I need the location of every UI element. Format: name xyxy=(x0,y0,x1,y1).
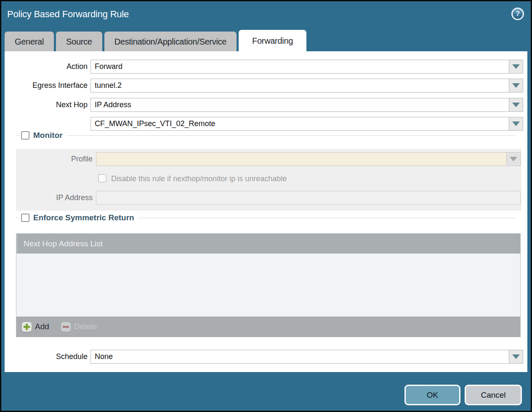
monitor-legend: Monitor xyxy=(33,131,63,140)
chevron-down-icon xyxy=(512,83,520,88)
divider xyxy=(138,218,516,218)
symmetric-return-checkbox[interactable] xyxy=(21,214,29,222)
chevron-down-icon xyxy=(512,103,520,107)
schedule-dropdown-button[interactable] xyxy=(509,350,523,363)
action-value[interactable] xyxy=(91,60,509,73)
schedule-label: Schedule xyxy=(5,350,88,364)
action-select xyxy=(90,60,523,74)
delete-button: Delete xyxy=(61,322,97,332)
action-label: Action xyxy=(5,60,88,74)
next-hop-type-dropdown-button[interactable] xyxy=(509,98,523,111)
monitor-profile-value xyxy=(96,153,506,166)
next-hop-label: Next Hop xyxy=(5,98,88,112)
symmetric-return-group-header: Enforce Symmetric Return xyxy=(16,213,516,222)
next-hop-address-dropdown-button[interactable] xyxy=(509,117,523,130)
next-hop-address-list-body[interactable] xyxy=(16,254,520,317)
plus-icon xyxy=(22,322,32,332)
tab-source[interactable]: Source xyxy=(56,32,102,51)
egress-interface-label: Egress Interface xyxy=(5,79,88,92)
next-hop-address-list-header: Next Hop Address List xyxy=(16,234,520,254)
dialog-title: Policy Based Forwarding Rule xyxy=(7,9,129,20)
tab-bar: General Source Destination/Application/S… xyxy=(5,30,306,51)
divider xyxy=(16,218,20,218)
divider xyxy=(67,135,516,136)
ok-button[interactable]: OK xyxy=(404,385,460,405)
tab-forwarding[interactable]: Forwarding xyxy=(239,30,306,51)
tab-destination-application-service[interactable]: Destination/Application/Service xyxy=(104,32,237,51)
egress-interface-value[interactable] xyxy=(91,79,509,92)
help-icon[interactable]: ? xyxy=(511,8,524,20)
disable-rule-checkbox xyxy=(98,174,106,182)
next-hop-type-select xyxy=(90,98,523,112)
chevron-down-icon xyxy=(512,354,520,359)
symmetric-return-legend: Enforce Symmetric Return xyxy=(33,213,134,222)
chevron-down-icon xyxy=(512,64,520,69)
delete-button-label: Delete xyxy=(74,322,97,331)
egress-interface-dropdown-button[interactable] xyxy=(509,79,523,92)
next-hop-address-list-toolbar: Add Delete xyxy=(16,317,520,337)
chevron-down-icon xyxy=(512,121,520,126)
monitor-ip-input xyxy=(96,191,521,205)
divider xyxy=(16,135,20,136)
tab-general[interactable]: General xyxy=(5,32,54,51)
monitor-checkbox[interactable] xyxy=(21,131,29,140)
action-dropdown-button[interactable] xyxy=(509,60,523,73)
monitor-group-header: Monitor xyxy=(16,131,516,140)
monitor-ip-label: IP Address xyxy=(16,191,93,205)
cancel-button[interactable]: Cancel xyxy=(465,385,522,405)
next-hop-address-list-table: Next Hop Address List Add Delete xyxy=(16,233,521,337)
schedule-select xyxy=(90,350,523,364)
chevron-down-icon xyxy=(510,157,517,161)
egress-interface-select xyxy=(90,79,523,92)
monitor-profile-label: Profile xyxy=(16,152,93,166)
minus-icon xyxy=(61,322,71,332)
next-hop-type-value[interactable] xyxy=(91,98,509,111)
next-hop-address-value[interactable] xyxy=(91,117,509,130)
next-hop-address-select xyxy=(90,117,523,131)
pbf-rule-dialog: Policy Based Forwarding Rule ? General S… xyxy=(0,0,532,412)
forwarding-tab-panel: Action Egress Interface Next Hop Monitor xyxy=(5,51,527,372)
add-button[interactable]: Add xyxy=(22,322,49,332)
add-button-label: Add xyxy=(35,322,49,331)
monitor-profile-select xyxy=(96,152,521,166)
disable-rule-label: Disable this rule if nexthop/monitor ip … xyxy=(111,174,287,184)
monitor-profile-dropdown-button[interactable] xyxy=(506,153,520,166)
schedule-value[interactable] xyxy=(91,350,509,363)
